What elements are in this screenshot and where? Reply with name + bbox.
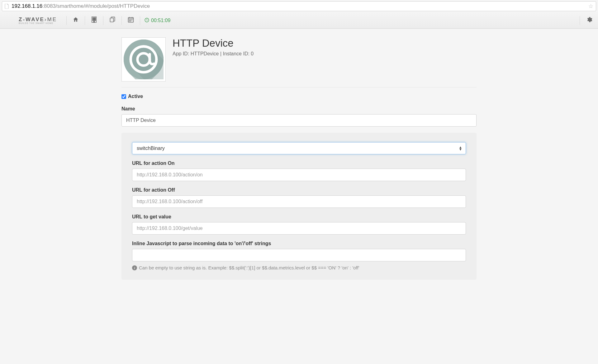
module-header: HTTP Device App ID: HTTPDevice | Instanc…	[121, 35, 477, 87]
url-on-input[interactable]	[132, 169, 466, 181]
svg-rect-16	[132, 20, 133, 21]
svg-rect-10	[93, 21, 95, 22]
device-config-panel: switchBinary ▲▼ URL for action On URL fo…	[121, 133, 477, 280]
info-icon: i	[132, 265, 137, 270]
url-text: 192.168.1.16:8083/smarthome/#/module/pos…	[12, 3, 588, 9]
inline-js-label: Inline Javascript to parse incoming data…	[132, 241, 466, 246]
module-meta: App ID: HTTPDevice | Instance ID: 0	[173, 51, 254, 57]
clock-icon	[145, 18, 149, 23]
svg-rect-4	[93, 19, 93, 19]
svg-rect-17	[129, 21, 130, 21]
home-icon[interactable]	[71, 16, 80, 24]
module-icon-frame	[121, 37, 166, 82]
svg-rect-6	[95, 19, 96, 19]
svg-rect-8	[94, 20, 94, 21]
svg-rect-14	[129, 20, 130, 21]
divider	[66, 16, 67, 25]
svg-rect-9	[95, 20, 96, 21]
svg-rect-7	[93, 20, 93, 21]
bookmark-star-icon[interactable]: ☆	[588, 3, 593, 10]
device-type-select[interactable]: switchBinary	[132, 142, 466, 154]
divider	[580, 16, 580, 25]
url-off-label: URL for action Off	[132, 187, 466, 193]
divider	[140, 16, 140, 25]
url-on-label: URL for action On	[132, 161, 466, 166]
building-icon[interactable]	[89, 16, 99, 24]
svg-rect-18	[130, 21, 131, 21]
at-sign-icon	[124, 40, 164, 79]
inline-js-input[interactable]	[132, 249, 466, 261]
divider	[121, 16, 122, 25]
svg-rect-15	[130, 20, 131, 21]
browser-url-bar[interactable]: 192.168.1.16:8083/smarthome/#/module/pos…	[2, 1, 596, 11]
active-label[interactable]: Active	[128, 94, 143, 99]
name-input[interactable]	[121, 114, 477, 127]
svg-rect-3	[95, 18, 96, 18]
svg-rect-2	[94, 18, 94, 18]
copy-icon[interactable]	[108, 16, 117, 24]
inline-js-help: i Can be empty to use string as is. Exam…	[132, 265, 466, 270]
svg-rect-5	[94, 19, 94, 19]
page-icon	[5, 4, 9, 9]
logo[interactable]: Z-WAVE›ME BUILDS THE SMART HOME	[19, 16, 57, 24]
clock-display: 00:51:09	[145, 18, 170, 23]
calendar-icon[interactable]	[126, 16, 135, 24]
url-get-label: URL to get value	[132, 214, 466, 220]
name-label: Name	[121, 106, 477, 112]
divider	[85, 16, 85, 25]
top-navbar: Z-WAVE›ME BUILDS THE SMART HOME 00:51:09	[0, 12, 598, 29]
settings-gear-icon[interactable]	[584, 16, 594, 24]
active-checkbox[interactable]	[121, 94, 126, 99]
page-title: HTTP Device	[173, 37, 254, 49]
svg-rect-1	[93, 18, 93, 18]
url-off-input[interactable]	[132, 195, 466, 208]
clock-time: 00:51:09	[151, 18, 170, 23]
svg-rect-11	[110, 18, 114, 22]
url-get-input[interactable]	[132, 222, 466, 235]
divider	[103, 16, 103, 25]
page-content: HTTP Device App ID: HTTPDevice | Instanc…	[100, 29, 498, 292]
